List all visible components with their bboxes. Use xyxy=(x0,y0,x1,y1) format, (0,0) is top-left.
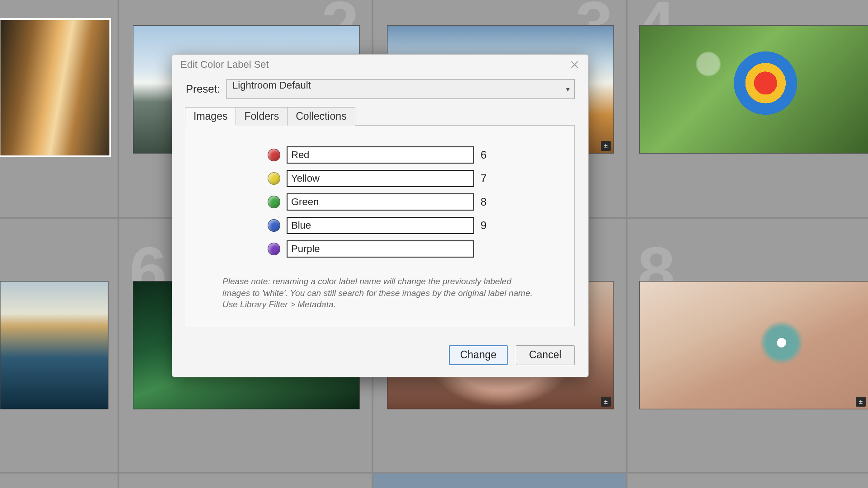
tabs: Images Folders Collections xyxy=(185,107,575,126)
rename-note: Please note: renaming a color label name… xyxy=(222,276,539,310)
preset-select[interactable]: Lightroom Default ▾ xyxy=(226,79,575,99)
label-input-red[interactable] xyxy=(287,146,474,164)
chevron-down-icon: ▾ xyxy=(566,85,570,94)
swatch-blue xyxy=(268,219,280,232)
thumbnail[interactable] xyxy=(639,281,868,409)
label-input-green[interactable] xyxy=(287,193,474,211)
label-shortcut: 6 xyxy=(481,149,490,161)
exposure-badge-icon: ± xyxy=(856,397,866,407)
swatch-green xyxy=(268,196,280,208)
tab-collections[interactable]: Collections xyxy=(287,107,355,126)
grid-divider xyxy=(626,0,627,488)
grid-cell-selected-bg[interactable] xyxy=(373,474,626,488)
color-label-row-red: 6 xyxy=(268,146,490,164)
edit-color-label-set-dialog: Edit Color Label Set Preset: Lightroom D… xyxy=(172,54,589,377)
swatch-red xyxy=(268,149,280,161)
label-shortcut: 9 xyxy=(481,219,490,232)
color-label-row-blue: 9 xyxy=(268,217,490,234)
close-icon[interactable] xyxy=(567,57,582,72)
color-label-row-green: 8 xyxy=(268,193,490,211)
dialog-buttons: Change Cancel xyxy=(172,337,588,377)
label-input-blue[interactable] xyxy=(287,217,474,234)
dialog-titlebar: Edit Color Label Set xyxy=(172,55,588,75)
cancel-button[interactable]: Cancel xyxy=(516,345,575,365)
thumbnail[interactable] xyxy=(0,281,108,409)
color-label-list: 6 7 8 9 xyxy=(268,146,561,258)
thumbnail[interactable] xyxy=(0,19,110,156)
label-input-purple[interactable] xyxy=(287,240,474,258)
swatch-yellow xyxy=(268,172,280,185)
thumbnail[interactable] xyxy=(639,25,868,154)
preset-row: Preset: Lightroom Default ▾ xyxy=(186,79,575,99)
color-label-row-purple xyxy=(268,240,490,258)
swatch-purple xyxy=(268,243,280,255)
exposure-badge-icon: ± xyxy=(601,141,611,151)
label-shortcut: 7 xyxy=(481,172,490,185)
grid-cell[interactable]: 8 ± xyxy=(627,219,868,472)
change-button[interactable]: Change xyxy=(449,345,508,365)
label-input-yellow[interactable] xyxy=(287,170,474,187)
color-label-row-yellow: 7 xyxy=(268,170,490,187)
grid-divider xyxy=(118,0,119,488)
grid-cell[interactable] xyxy=(0,219,118,472)
preset-value: Lightroom Default xyxy=(232,80,311,91)
dialog-title: Edit Color Label Set xyxy=(180,59,269,70)
exposure-badge-icon: ± xyxy=(601,397,611,407)
label-shortcut: 8 xyxy=(481,196,490,208)
grid-cell[interactable] xyxy=(0,0,118,217)
tab-folders[interactable]: Folders xyxy=(236,107,288,126)
grid-cell[interactable]: 4 xyxy=(627,0,868,217)
preset-label: Preset: xyxy=(186,83,220,95)
tab-panel: 6 7 8 9 xyxy=(186,125,575,326)
tab-images[interactable]: Images xyxy=(185,107,236,126)
